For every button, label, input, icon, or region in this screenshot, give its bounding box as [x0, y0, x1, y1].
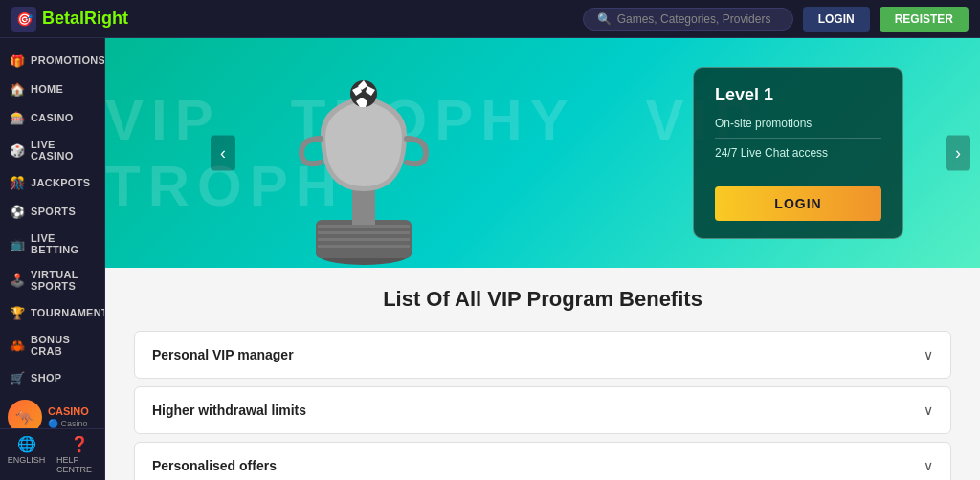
help-centre[interactable]: ❓ HELP CENTRE: [53, 429, 105, 480]
bottom-bar: 🌐 ENGLISH ❓ HELP CENTRE: [0, 428, 105, 480]
hero-banner: VIP TROPHY VIP TROPHY: [105, 38, 980, 268]
sidebar-label-live-betting: LIVE BETTING: [31, 232, 95, 255]
svg-rect-4: [318, 238, 410, 241]
hero-next-button[interactable]: ›: [946, 136, 970, 171]
main-layout: 🎁PROMOTIONS🏠HOME🎰CASINO🎲LIVE CASINO🎊JACK…: [0, 38, 980, 480]
promotions-icon: 🎁: [10, 53, 25, 68]
sidebar-label-live-casino: LIVE CASINO: [31, 139, 95, 162]
help-label: HELP CENTRE: [56, 455, 101, 474]
sidebar-item-home[interactable]: 🏠HOME: [0, 75, 104, 103]
trophy-svg: [297, 76, 431, 268]
sidebar-item-virtual-sports[interactable]: 🕹️VIRTUAL SPORTS: [0, 262, 104, 298]
sidebar-label-shop: SHOP: [31, 372, 61, 383]
help-icon: ❓: [70, 435, 89, 453]
benefit-item-1[interactable]: Higher withdrawal limits∨: [134, 386, 951, 434]
sidebar-item-live-betting[interactable]: 📺LIVE BETTING: [0, 226, 104, 262]
sidebar: 🎁PROMOTIONS🏠HOME🎰CASINO🎲LIVE CASINO🎊JACK…: [0, 38, 105, 480]
casino-icon: 🎰: [10, 110, 25, 125]
register-button[interactable]: REGISTER: [880, 7, 969, 32]
sidebar-label-sports: SPORTS: [31, 206, 76, 217]
benefit-chevron-1: ∨: [924, 403, 933, 418]
sidebar-item-live-casino[interactable]: 🎲LIVE CASINO: [0, 132, 104, 168]
hero-trophy: [278, 57, 450, 268]
hero-prev-button[interactable]: ‹: [211, 136, 235, 171]
benefit-item-2[interactable]: Personalised offers∨: [134, 442, 951, 480]
benefit-label-0: Personal VIP manager: [152, 347, 294, 362]
svg-rect-5: [318, 245, 410, 248]
shop-icon: 🛒: [10, 370, 25, 385]
sidebar-label-jackpots: JACKPOTS: [31, 177, 90, 188]
language-label: ENGLISH: [8, 455, 46, 465]
svg-rect-2: [318, 225, 410, 228]
search-placeholder: Games, Categories, Providers: [617, 12, 771, 26]
hero-card: Level 1 On-site promotions 24/7 Live Cha…: [693, 67, 903, 239]
home-icon: 🏠: [10, 81, 25, 97]
benefit-item-0[interactable]: Personal VIP manager∨: [134, 331, 951, 379]
hero-benefit-1: On-site promotions: [715, 117, 881, 139]
sidebar-label-home: HOME: [31, 83, 63, 95]
bonus-crab-icon: 🦀: [10, 338, 25, 353]
sidebar-label-tournaments: TOURNAMENTS: [31, 307, 105, 318]
sidebar-item-promotions[interactable]: 🎁PROMOTIONS: [0, 46, 104, 75]
top-nav: 🎯 BetalRight 🔍 Games, Categories, Provid…: [0, 0, 980, 38]
virtual-sports-icon: 🕹️: [10, 273, 25, 288]
sidebar-item-casino[interactable]: 🎰CASINO: [0, 103, 104, 132]
benefits-section: List Of All VIP Program Benefits Persona…: [105, 268, 980, 480]
tournaments-icon: 🏆: [10, 305, 25, 320]
sidebar-label-virtual-sports: VIRTUAL SPORTS: [31, 269, 95, 292]
logo-text: BetalRight: [42, 9, 128, 29]
search-bar[interactable]: 🔍 Games, Categories, Providers: [583, 8, 793, 31]
login-button[interactable]: LOGIN: [803, 7, 870, 32]
sidebar-label-promotions: PROMOTIONS: [31, 55, 105, 66]
benefit-chevron-0: ∨: [924, 347, 933, 362]
benefits-title: List Of All VIP Program Benefits: [134, 287, 951, 312]
logo-icon: 🎯: [11, 7, 36, 32]
sidebar-item-tournaments[interactable]: 🏆TOURNAMENTS: [0, 298, 104, 327]
svg-rect-3: [318, 231, 410, 234]
live-casino-icon: 🎲: [10, 142, 25, 158]
benefit-label-2: Personalised offers: [152, 458, 277, 473]
live-betting-icon: 📺: [10, 236, 25, 251]
hero-level: Level 1: [715, 85, 881, 105]
language-selector[interactable]: 🌐 ENGLISH: [0, 429, 53, 480]
casino-promo-title: CASINO: [48, 405, 89, 418]
benefit-chevron-2: ∨: [924, 458, 933, 473]
hero-login-button[interactable]: LOGIN: [715, 186, 881, 221]
benefit-label-1: Higher withdrawal limits: [152, 403, 306, 418]
sidebar-label-bonus-crab: BONUS CRAB: [31, 334, 95, 357]
sidebar-item-jackpots[interactable]: 🎊JACKPOTS: [0, 168, 104, 197]
sidebar-label-casino: CASINO: [31, 112, 74, 123]
search-icon: 🔍: [597, 12, 612, 26]
hero-benefit-2: 24/7 Live Chat access: [715, 146, 881, 167]
sports-icon: ⚽: [10, 204, 25, 219]
logo: 🎯 BetalRight: [11, 7, 128, 32]
content-area: VIP TROPHY VIP TROPHY: [105, 38, 980, 480]
jackpots-icon: 🎊: [10, 175, 25, 190]
sidebar-item-shop[interactable]: 🛒SHOP: [0, 363, 104, 392]
language-icon: 🌐: [17, 435, 36, 453]
sidebar-item-bonus-crab[interactable]: 🦀BONUS CRAB: [0, 327, 104, 363]
casino-promo-sub: 🔵 Casino: [48, 419, 89, 428]
sidebar-item-sports[interactable]: ⚽SPORTS: [0, 197, 104, 226]
